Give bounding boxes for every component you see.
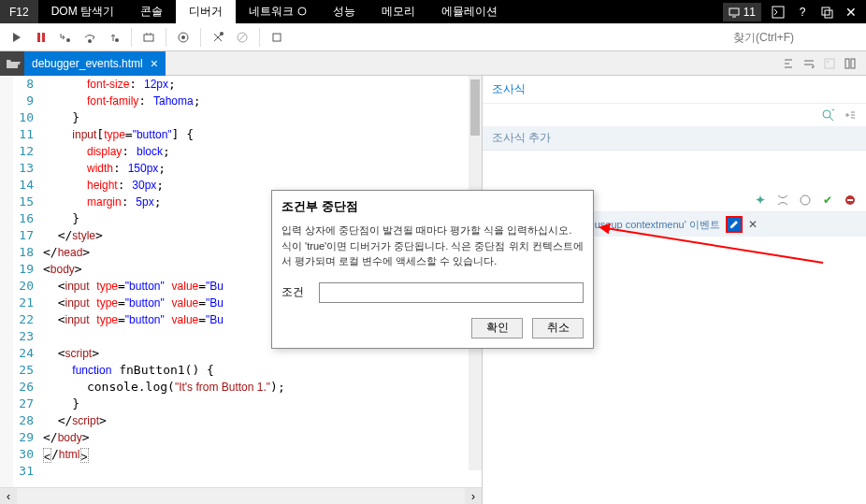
svg-point-9 <box>88 39 92 43</box>
main-tab-1[interactable]: 콘솔 <box>127 0 176 23</box>
line-number: 31 <box>13 463 34 480</box>
condition-label: 조건 <box>281 284 310 300</box>
error-count: 11 <box>743 6 756 19</box>
break-exception-button[interactable] <box>172 26 195 49</box>
delete-watch-icon[interactable] <box>844 108 857 122</box>
line-number: 28 <box>13 412 34 429</box>
search-input[interactable] <box>729 27 860 48</box>
add-event-bp-icon[interactable]: ✦ <box>754 194 767 207</box>
step-over-button[interactable] <box>79 26 101 49</box>
line-number: 14 <box>13 177 34 194</box>
f12-label: F12 <box>0 0 38 23</box>
svg-point-10 <box>115 38 119 42</box>
code-line[interactable]: </body> <box>39 429 482 446</box>
svg-text:+: + <box>831 108 834 117</box>
code-line[interactable]: display: block; <box>39 143 482 160</box>
toggle-bp-icon[interactable] <box>799 194 812 207</box>
line-number: 20 <box>13 278 34 295</box>
library-code-icon[interactable] <box>844 57 857 70</box>
svg-point-13 <box>181 36 185 39</box>
main-tab-6[interactable]: 에뮬레이션 <box>428 0 511 23</box>
watch-toolbar: + <box>483 104 866 126</box>
code-line[interactable]: </script> <box>39 412 482 429</box>
enable-bp-icon[interactable]: ✔ <box>821 194 834 207</box>
close-icon[interactable]: ✕ <box>844 5 859 20</box>
line-number: 22 <box>13 311 34 328</box>
code-line[interactable]: width: 150px; <box>39 160 482 177</box>
file-tab-label: debugger_events.html <box>32 57 143 70</box>
disable-breakpoints-button[interactable] <box>231 26 253 49</box>
line-number: 21 <box>13 295 34 311</box>
svg-rect-7 <box>42 33 45 42</box>
record-icon <box>294 6 307 19</box>
main-tab-5[interactable]: 메모리 <box>368 0 428 23</box>
line-number: 25 <box>13 362 34 379</box>
console-toggle-icon[interactable] <box>771 5 786 20</box>
source-map-icon[interactable] <box>823 57 836 70</box>
code-line[interactable]: function fnButton1() { <box>39 362 482 379</box>
breakpoint-gutter[interactable] <box>0 76 13 487</box>
main-tab-3[interactable]: 네트워크 <box>236 0 320 23</box>
code-line[interactable] <box>39 463 482 480</box>
svg-point-8 <box>66 38 70 42</box>
line-number: 10 <box>13 109 34 126</box>
file-tab-active[interactable]: debugger_events.html × <box>24 51 166 76</box>
dialog-message: 입력 상자에 중단점이 발견될 때마다 평가할 식을 입력하십시오. 식이 't… <box>272 223 593 277</box>
watch-header[interactable]: 조사식 <box>483 76 866 104</box>
code-line[interactable]: input[type="button"] { <box>39 126 482 143</box>
code-line[interactable]: font-family: Tahoma; <box>39 93 482 109</box>
line-number: 26 <box>13 379 34 396</box>
main-tab-2[interactable]: 디버거 <box>176 0 236 23</box>
svg-rect-18 <box>825 59 834 68</box>
svg-rect-20 <box>845 59 849 68</box>
horizontal-scrollbar[interactable]: ‹ › <box>0 487 482 504</box>
line-number: 24 <box>13 345 34 362</box>
word-wrap-icon[interactable] <box>802 57 815 70</box>
just-my-code-button[interactable] <box>266 26 288 49</box>
open-file-button[interactable]: ▾ <box>0 51 24 76</box>
watch-add-row[interactable]: 조사식 추가 <box>483 126 866 151</box>
line-number: 13 <box>13 160 34 177</box>
break-new-worker-button[interactable] <box>137 26 160 49</box>
debugger-toolbar <box>0 23 866 51</box>
dialog-title: 조건부 중단점 <box>272 191 593 223</box>
delete-bp-icon[interactable] <box>844 194 857 207</box>
continue-button[interactable] <box>6 26 28 49</box>
svg-rect-4 <box>822 7 830 15</box>
svg-rect-5 <box>825 10 832 18</box>
condition-input[interactable] <box>319 282 584 303</box>
step-out-button[interactable] <box>103 26 125 49</box>
code-line[interactable]: console.log("It's from Button 1."); <box>39 379 482 396</box>
delete-breakpoint-icon[interactable]: ✕ <box>748 218 758 231</box>
scroll-left-icon[interactable]: ‹ <box>0 488 17 505</box>
cancel-button[interactable]: 취소 <box>532 318 584 338</box>
pretty-print-icon[interactable] <box>782 57 795 70</box>
dom-breakpoint-button[interactable] <box>207 26 229 49</box>
scroll-right-icon[interactable]: › <box>465 488 482 505</box>
help-icon[interactable]: ? <box>795 5 810 20</box>
add-watch-icon[interactable]: + <box>821 108 834 122</box>
main-tab-4[interactable]: 성능 <box>320 0 368 23</box>
code-line[interactable]: </html> <box>39 446 482 463</box>
error-count-badge[interactable]: 11 <box>723 3 761 22</box>
svg-point-19 <box>827 61 829 63</box>
code-line[interactable]: } <box>39 396 482 412</box>
svg-line-16 <box>238 34 246 41</box>
line-number: 17 <box>13 227 34 244</box>
step-into-button[interactable] <box>54 26 77 49</box>
add-xhr-bp-icon[interactable] <box>776 194 789 207</box>
svg-point-22 <box>823 110 830 118</box>
edit-breakpoint-icon[interactable] <box>726 216 743 233</box>
main-tab-0[interactable]: DOM 탐색기 <box>38 0 127 23</box>
undock-icon[interactable] <box>819 5 834 20</box>
line-number: 11 <box>13 126 34 143</box>
ok-button[interactable]: 확인 <box>471 318 523 338</box>
svg-rect-6 <box>37 33 40 42</box>
svg-point-14 <box>220 32 224 36</box>
file-tab-close[interactable]: × <box>151 56 158 71</box>
file-tab-bar: ▾ debugger_events.html × <box>0 51 866 76</box>
code-line[interactable]: } <box>39 109 482 126</box>
pause-button[interactable] <box>30 26 52 49</box>
code-line[interactable]: font-size: 12px; <box>39 76 482 93</box>
line-number: 16 <box>13 210 34 227</box>
